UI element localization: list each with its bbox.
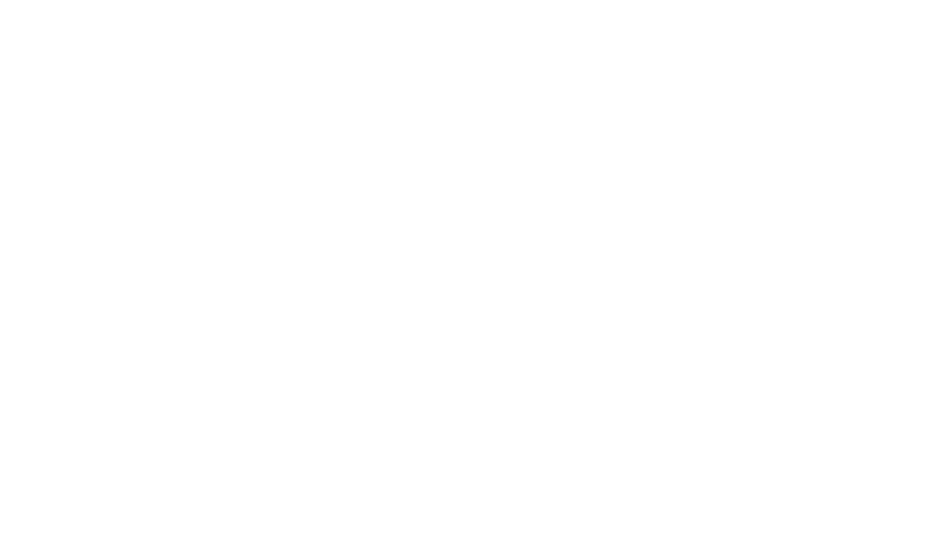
edge-layer <box>0 0 950 560</box>
class-hierarchy-diagram <box>0 0 950 560</box>
